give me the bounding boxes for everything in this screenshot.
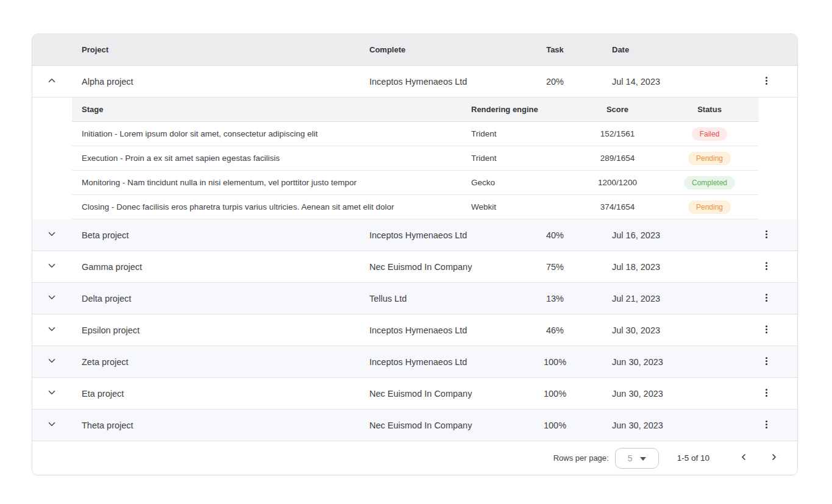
engine-cell: Gecko [461,178,575,187]
detail-table: Stage Rendering engine Score Status Init… [72,98,759,219]
detail-table-row: Execution - Proin a ex sit amet sapien e… [72,146,759,171]
page-range-label: 1-5 of 10 [677,453,709,463]
expand-row-button[interactable] [43,258,61,276]
detail-table-header-row: Stage Rendering engine Score Status [72,98,759,122]
chevron-left-icon [739,452,748,464]
kebab-vertical-icon [761,324,772,336]
expand-row-button[interactable] [43,353,61,371]
complete-cell: Inceptos Hymenaeos Ltd [360,325,514,335]
row-menu-button[interactable] [757,258,775,276]
project-cell: Zeta project [71,357,360,367]
complete-cell: Nec Euismod In Company [360,389,514,399]
task-cell: 100% [514,357,596,367]
task-cell: 13% [514,294,596,303]
score-cell: 1200/1200 [575,178,660,187]
project-cell: Delta project [71,294,360,303]
complete-cell: Inceptos Hymenaeos Ltd [360,77,514,87]
status-badge: Failed [692,127,728,141]
table-row[interactable]: Beta project Inceptos Hymenaeos Ltd 40% … [32,219,797,251]
row-menu-button[interactable] [757,385,775,403]
kebab-vertical-icon [761,76,772,88]
date-cell: Jun 30, 2023 [596,421,716,430]
date-cell: Jul 30, 2023 [596,325,716,335]
expand-row-button[interactable] [43,321,61,339]
rows-per-page-label: Rows per page: [553,453,609,463]
row-detail-panel: Stage Rendering engine Score Status Init… [32,98,797,219]
chevron-down-icon [46,292,57,305]
complete-cell: Inceptos Hymenaeos Ltd [360,230,514,240]
task-cell: 100% [514,389,596,399]
collapse-row-button[interactable] [43,73,61,91]
column-header-score: Score [575,105,660,114]
complete-cell: Nec Euismod In Company [360,421,514,430]
project-cell: Eta project [71,389,360,399]
engine-cell: Trident [461,154,575,163]
task-cell: 100% [514,421,596,430]
column-header-status: Status [660,105,759,114]
kebab-vertical-icon [761,388,772,400]
column-header-project: Project [71,45,360,54]
score-cell: 289/1654 [575,154,660,163]
engine-cell: Trident [461,129,575,138]
chevron-down-icon [46,387,57,400]
column-header-date: Date [596,45,716,54]
table-row[interactable]: Epsilon project Inceptos Hymenaeos Ltd 4… [32,314,797,346]
score-cell: 152/1561 [575,129,660,138]
table-row[interactable]: Alpha project Inceptos Hymenaeos Ltd 20%… [32,66,797,98]
table-row[interactable]: Zeta project Inceptos Hymenaeos Ltd 100%… [32,346,797,378]
status-badge: Completed [684,176,735,190]
projects-table: Project Complete Task Date Alpha project… [32,34,798,475]
expand-row-button[interactable] [43,385,61,403]
row-menu-button[interactable] [757,321,775,339]
row-menu-button[interactable] [757,226,775,244]
chevron-right-icon [769,452,779,464]
table-row[interactable]: Delta project Tellus Ltd 13% Jul 21, 202… [32,283,797,314]
table-row[interactable]: Theta project Nec Euismod In Company 100… [32,410,797,441]
row-menu-button[interactable] [757,73,775,91]
column-header-stage: Stage [72,105,461,114]
chevron-down-icon [46,419,57,431]
kebab-vertical-icon [761,419,772,431]
caret-down-icon [640,453,646,463]
column-header-rendering-engine: Rendering engine [461,105,575,114]
chevron-down-icon [46,355,57,368]
detail-table-row: Closing - Donec facilisis eros pharetra … [72,195,759,219]
engine-cell: Webkit [461,202,575,211]
column-header-complete: Complete [360,45,514,54]
previous-page-button[interactable] [735,450,752,467]
column-header-task: Task [514,45,596,54]
table-header-row: Project Complete Task Date [32,34,797,66]
expand-row-button[interactable] [43,289,61,308]
rows-per-page-value: 5 [628,453,633,463]
date-cell: Jul 18, 2023 [596,262,716,272]
row-menu-button[interactable] [757,353,775,371]
date-cell: Jun 30, 2023 [596,357,716,367]
task-cell: 46% [514,325,596,335]
detail-table-row: Monitoring - Nam tincidunt nulla in nisi… [72,171,759,195]
expand-row-button[interactable] [43,416,61,435]
row-menu-button[interactable] [757,289,775,308]
complete-cell: Nec Euismod In Company [360,262,514,272]
project-cell: Epsilon project [71,325,360,335]
table-row[interactable]: Eta project Nec Euismod In Company 100% … [32,378,797,410]
rows-per-page-select[interactable]: 5 [615,448,659,469]
kebab-vertical-icon [761,356,772,368]
project-cell: Theta project [71,421,360,430]
chevron-down-icon [46,260,57,273]
chevron-up-icon [46,75,57,88]
next-page-button[interactable] [766,450,783,467]
date-cell: Jul 16, 2023 [596,230,716,240]
expand-row-button[interactable] [43,226,61,244]
kebab-vertical-icon [761,293,772,305]
stage-cell: Monitoring - Nam tincidunt nulla in nisi… [72,178,461,187]
project-cell: Alpha project [71,77,360,87]
stage-cell: Initiation - Lorem ipsum dolor sit amet,… [72,129,461,138]
task-cell: 20% [514,77,596,87]
chevron-down-icon [46,229,57,241]
kebab-vertical-icon [761,229,772,241]
kebab-vertical-icon [761,261,772,273]
table-row[interactable]: Gamma project Nec Euismod In Company 75%… [32,251,797,283]
row-menu-button[interactable] [757,416,775,435]
chevron-down-icon [46,324,57,336]
status-badge: Pending [688,201,731,214]
